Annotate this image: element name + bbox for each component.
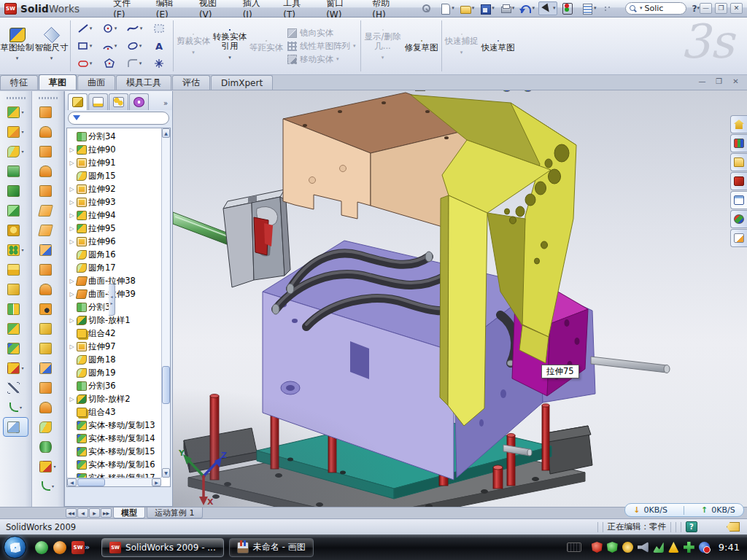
scroll-thumb[interactable]	[162, 366, 170, 404]
tree-item[interactable]: ▷ 拉伸91	[69, 156, 161, 169]
dropdown-arrow-icon[interactable]: ▾	[472, 3, 475, 14]
tree-item[interactable]: ▷ 组合42	[69, 327, 161, 340]
tab-nav-button[interactable]: ▶▶	[101, 508, 112, 518]
document-minimize-button[interactable]: —	[697, 77, 708, 87]
expand-arrow-icon[interactable]: ▷	[69, 225, 75, 232]
expand-arrow-icon[interactable]: ▷	[69, 160, 75, 166]
update-badge-icon[interactable]	[622, 542, 633, 553]
surface-toolbar-button[interactable]: ▾	[32, 456, 63, 476]
search-box[interactable]: ▾ Solic	[625, 2, 686, 15]
slot-tool[interactable]: ▾	[72, 55, 97, 72]
tree-item[interactable]: ▷ 圆角19	[69, 366, 161, 379]
start-button[interactable]	[4, 536, 26, 559]
dropdown-arrow-icon[interactable]: ▾	[512, 3, 515, 14]
dropdown-arrow-icon[interactable]: ▾	[53, 461, 55, 472]
ellipse-tool[interactable]: ▾	[122, 37, 147, 55]
surface-toolbar-button[interactable]: ▾	[32, 181, 63, 201]
task-pane-tab[interactable]	[730, 191, 747, 209]
surface-toolbar-button[interactable]: ▾	[32, 122, 63, 141]
text-tool[interactable]: A	[147, 37, 171, 55]
task-button[interactable]: SW SolidWorks 2009 - ...	[101, 538, 224, 557]
convert-entities-button[interactable]: 转换实体引用 ▾	[212, 18, 248, 74]
task-pane-tab[interactable]	[730, 134, 747, 152]
scroll-thumb-horizontal[interactable]	[77, 478, 105, 486]
dropdown-arrow-icon[interactable]: ▾	[16, 53, 19, 64]
circle-tool[interactable]: ▾	[97, 20, 122, 37]
quick-launch-chevron[interactable]: »	[85, 542, 90, 552]
search-input[interactable]: Solic	[644, 4, 663, 13]
feature-toolbar-button[interactable]: ▾	[0, 260, 31, 279]
panel-splitter-handle[interactable]: ◂▸	[109, 284, 115, 316]
command-tab[interactable]: 特征	[0, 75, 38, 90]
feature-toolbar-button[interactable]: ▾	[0, 102, 31, 122]
tree-item[interactable]: ▷ 拉伸96	[69, 235, 161, 248]
tree-vertical-scrollbar[interactable]: ▲ ▼	[161, 128, 170, 478]
expand-arrow-icon[interactable]: ▷	[69, 186, 75, 192]
tree-item[interactable]: ▷ 实体-移动/复制15	[69, 445, 161, 458]
toolbar-button[interactable]: ▾	[478, 2, 496, 15]
surface-toolbar-button[interactable]: ▾	[32, 260, 63, 279]
feature-toolbar-button[interactable]: ▾	[0, 122, 31, 141]
task-pane-tab[interactable]	[730, 172, 747, 190]
tree-item[interactable]: ▷ 实体-移动/复制17	[69, 471, 161, 478]
dropdown-arrow-icon[interactable]: ▾	[50, 53, 53, 64]
help-button[interactable]: ?	[692, 4, 697, 14]
tree-item[interactable]: ▷ 切除-放样1	[69, 314, 161, 327]
search-dropdown-icon[interactable]: ▾	[640, 3, 643, 14]
feature-toolbar-button[interactable]: ▾	[0, 338, 31, 358]
dropdown-arrow-icon[interactable]: ▾	[21, 244, 23, 255]
rapid-sketch-button[interactable]: 快速草图	[480, 18, 516, 74]
dropdown-arrow-icon[interactable]: ▾	[594, 3, 597, 14]
feature-toolbar-button[interactable]: ▾	[0, 397, 31, 417]
tree-item[interactable]: ▷ 实体-移动/复制16	[69, 458, 161, 471]
tab-nav-button[interactable]: ◀	[77, 508, 88, 518]
dropdown-arrow-icon[interactable]: ▾	[21, 106, 23, 117]
toolbar-button[interactable]: ▾	[600, 2, 618, 15]
rectangle-tool[interactable]: ▾	[72, 37, 97, 55]
tree-item[interactable]: ▷ 拉伸92	[69, 182, 161, 195]
tree-item[interactable]: ▷ 实体-移动/复制14	[69, 432, 161, 445]
smart-dimension-button[interactable]: 智能尺寸 ▾	[34, 18, 69, 74]
document-restore-button[interactable]: ❐	[713, 77, 724, 87]
dropdown-arrow-icon[interactable]: ▾	[20, 402, 22, 413]
warning-icon[interactable]	[668, 542, 679, 553]
task-button[interactable]: 未命名 - 画图	[229, 538, 314, 557]
tree-item[interactable]: ▷ 拉伸95	[69, 222, 161, 235]
command-tab[interactable]: 草图	[39, 74, 77, 90]
expand-arrow-icon[interactable]: ▷	[69, 343, 75, 350]
dropdown-arrow-icon[interactable]: ▾	[21, 362, 23, 373]
launcher-ball-icon[interactable]	[53, 541, 66, 554]
tree-item[interactable]: ▷ 分割36	[69, 379, 161, 392]
feature-toolbar-button[interactable]: ▾	[0, 240, 31, 260]
feature-toolbar-button[interactable]: ▾	[0, 161, 31, 181]
command-tab[interactable]: DimXpert	[211, 75, 273, 90]
model-gray-clamp[interactable]	[223, 190, 290, 287]
toolbar-button[interactable]: ▾	[458, 2, 476, 15]
tab-nav-button[interactable]: ◀◀	[66, 508, 77, 518]
featuremanager-tab[interactable]	[68, 93, 88, 110]
tree-item[interactable]: ▷ 拉伸97	[69, 340, 161, 353]
surface-toolbar-button[interactable]: ▾	[32, 338, 63, 358]
surface-toolbar-button[interactable]: ▾	[32, 141, 63, 161]
tree-item[interactable]: ▷ 切除-放样2	[69, 392, 161, 405]
expand-arrow-icon[interactable]: ▷	[69, 278, 75, 284]
feature-toolbar-button[interactable]: ▾	[0, 358, 31, 378]
scroll-left-arrow[interactable]: ◀	[67, 478, 77, 486]
antivirus-shield-icon[interactable]	[592, 542, 603, 553]
surface-toolbar-button[interactable]: ▾	[32, 378, 63, 397]
selection-box-tool[interactable]	[147, 20, 171, 37]
toolbar-button[interactable]: ▾	[418, 2, 436, 15]
document-close-button[interactable]: ✕	[730, 77, 741, 87]
toolbar-button[interactable]: ▾	[580, 2, 598, 15]
volume-icon[interactable]	[638, 542, 649, 553]
expand-arrow-icon[interactable]: ▷	[69, 291, 75, 298]
feature-toolbar-button[interactable]: ▾	[0, 141, 31, 161]
model-guide-rail-right[interactable]	[546, 426, 592, 474]
panel-overflow-chevron[interactable]: »	[163, 99, 171, 110]
scroll-down-arrow[interactable]: ▼	[162, 468, 170, 478]
close-button[interactable]: ✕	[730, 3, 743, 14]
tree-item[interactable]: ▷ 圆角16	[69, 248, 161, 261]
dropdown-arrow-icon[interactable]: ▾	[492, 3, 495, 14]
expand-arrow-icon[interactable]: ▷	[69, 396, 75, 402]
task-pane-tab[interactable]	[730, 210, 747, 228]
